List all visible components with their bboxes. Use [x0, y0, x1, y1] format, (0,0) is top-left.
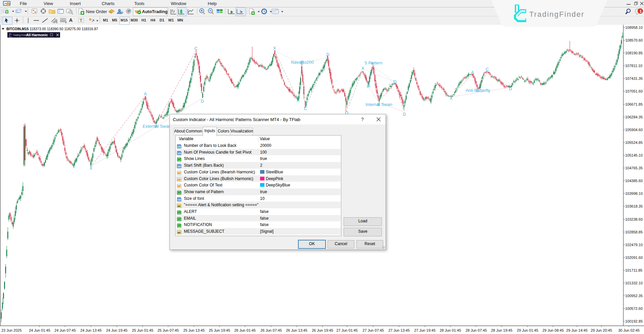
svg-text:123: 123 [178, 198, 181, 201]
svg-text:A: A [367, 83, 370, 88]
svg-text:A: A [144, 91, 147, 96]
svg-text:104765.35: 104765.35 [625, 166, 643, 170]
svg-text:102091.60: 102091.60 [625, 256, 643, 260]
svg-text:B: B [476, 88, 479, 93]
svg-text:D: D [201, 99, 204, 104]
svg-text:26 Jun 19:45: 26 Jun 19:45 [312, 328, 333, 332]
svg-text:104385.60: 104385.60 [625, 179, 643, 183]
svg-text:108570.60: 108570.60 [625, 38, 643, 42]
svg-text:103238.60: 103238.60 [625, 217, 643, 221]
svg-text:24 Jun 13:45: 24 Jun 13:45 [80, 328, 102, 332]
svg-text:25 Jun 13:45: 25 Jun 13:45 [183, 328, 205, 332]
svg-text:27 Jun 19:45: 27 Jun 19:45 [414, 328, 436, 332]
svg-text:D: D [393, 79, 396, 84]
svg-text:27 Jun 13:45: 27 Jun 13:45 [388, 328, 410, 332]
svg-text:107051.60: 107051.60 [625, 89, 643, 93]
svg-text:A: A [297, 98, 300, 103]
svg-text:B: B [301, 60, 304, 65]
svg-text:108190.85: 108190.85 [625, 51, 643, 55]
svg-text:29 Jun 20:45: 29 Jun 20:45 [591, 328, 612, 332]
svg-text:105145.10: 105145.10 [625, 153, 643, 157]
svg-text:102479.10: 102479.10 [625, 243, 643, 247]
svg-text:29 Jun 14:45: 29 Jun 14:45 [566, 328, 588, 332]
svg-text:T: T [80, 18, 82, 22]
svg-text:24 Jun 01:45: 24 Jun 01:45 [29, 328, 50, 332]
svg-text:29 Jun 08:45: 29 Jun 08:45 [542, 328, 564, 332]
svg-text:ab: ab [178, 231, 181, 234]
svg-text:Trading Finder: Trading Finder [13, 34, 28, 37]
svg-text:103998.10: 103998.10 [625, 191, 643, 196]
svg-text:25 Jun 19:45: 25 Jun 19:45 [209, 328, 230, 332]
svg-text:26 Jun 07:45: 26 Jun 07:45 [260, 328, 282, 332]
svg-text:123: 123 [178, 146, 181, 148]
svg-text:118373.00 118390.50 118275.00: 118373.00 118390.50 118275.00 118316.87 [30, 27, 98, 31]
svg-text:100952.35: 100952.35 [625, 294, 643, 298]
svg-text:28 Jun 19:45: 28 Jun 19:45 [491, 328, 512, 332]
svg-text:101332.10: 101332.10 [625, 281, 643, 285]
svg-text:30 Jun 02:45: 30 Jun 02:45 [618, 328, 640, 332]
svg-text:24 Jun 19:45: 24 Jun 19:45 [106, 328, 128, 332]
svg-text:X: X [361, 66, 364, 71]
svg-text:106284.35: 106284.35 [625, 115, 643, 119]
svg-text:107811.10: 107811.10 [625, 64, 642, 68]
svg-text:B: B [377, 102, 380, 107]
svg-text:D: D [403, 112, 406, 117]
svg-text:5 Pattern: 5 Pattern [365, 60, 383, 65]
svg-text:X: X [90, 166, 93, 171]
svg-text:28 Jun 07:45: 28 Jun 07:45 [465, 328, 487, 332]
svg-text:E: E [56, 21, 58, 23]
svg-text:27 Jun 07:45: 27 Jun 07:45 [362, 328, 384, 332]
svg-text:26 Jun 01:45: 26 Jun 01:45 [234, 328, 256, 332]
svg-text:123: 123 [178, 152, 181, 154]
svg-text:25 Jun 01:45: 25 Jun 01:45 [132, 328, 153, 332]
svg-text:27 Jun 01:45: 27 Jun 01:45 [336, 328, 358, 332]
svg-text:X: X [273, 46, 276, 51]
svg-text:25 Jun 07:45: 25 Jun 07:45 [157, 328, 179, 332]
svg-text:101711.85: 101711.85 [625, 268, 642, 272]
svg-text:24 Jun 07:45: 24 Jun 07:45 [54, 328, 76, 332]
svg-text:BITCOIN,M15: BITCOIN,M15 [6, 27, 29, 31]
svg-text:ab: ab [178, 205, 181, 208]
svg-text:D: D [326, 52, 329, 57]
svg-text:F: F [65, 21, 67, 24]
svg-text:100192.85: 100192.85 [625, 319, 643, 323]
svg-text:106671.85: 106671.85 [625, 102, 643, 106]
svg-text:23 Jun 2025: 23 Jun 2025 [1, 328, 22, 332]
svg-text:29 Jun 01:45: 29 Jun 01:45 [517, 328, 538, 332]
svg-text:107431.35: 107431.35 [625, 76, 643, 80]
svg-text:1: 1 [640, 9, 642, 14]
svg-text:All Harmonic: All Harmonic [26, 33, 48, 37]
svg-text:105524.85: 105524.85 [625, 141, 643, 145]
svg-text:28 Jun 01:45: 28 Jun 01:45 [440, 328, 461, 332]
svg-text:B: B [155, 124, 158, 129]
svg-text:C: C [486, 67, 489, 72]
svg-text:C: C [194, 46, 197, 51]
svg-text:105904.60: 105904.60 [625, 128, 643, 132]
svg-text:a: a [370, 60, 373, 65]
svg-text:X: X [450, 96, 453, 101]
svg-text:26 Jun 13:45: 26 Jun 13:45 [286, 328, 307, 332]
svg-text:100572.60: 100572.60 [625, 307, 643, 311]
svg-text:108958.10: 108958.10 [625, 25, 643, 30]
svg-text:A: A [471, 70, 474, 75]
svg-text:102858.85: 102858.85 [625, 230, 643, 234]
svg-text:123: 123 [178, 165, 181, 168]
svg-text:D: D [509, 86, 512, 91]
svg-text:C: C [304, 106, 307, 111]
svg-text:103618.35: 103618.35 [625, 204, 643, 208]
